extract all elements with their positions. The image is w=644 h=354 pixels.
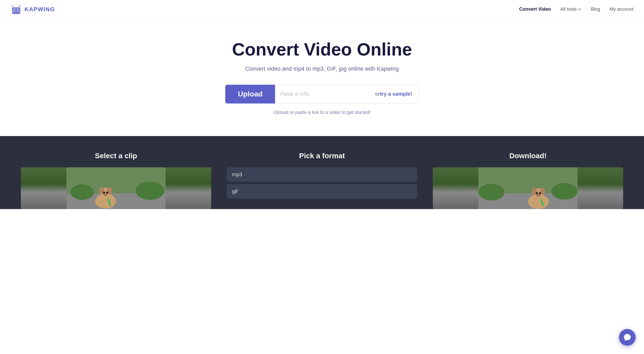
- svg-point-34: [536, 192, 538, 194]
- hero-subtitle: Convert video and mp4 to mp3, GIF, jpg o…: [245, 65, 399, 72]
- nav-all-tools[interactable]: All tools: [560, 7, 581, 12]
- logo-icon: [10, 4, 22, 15]
- select-clip-thumbnail: [21, 167, 211, 209]
- svg-point-8: [17, 9, 18, 10]
- hero-section: Convert Video Online Convert video and m…: [0, 19, 644, 136]
- format-item-mp3[interactable]: mp3: [227, 167, 417, 182]
- download-thumbnail: [433, 167, 623, 209]
- navbar: KAPWING Convert Video All tools Blog My …: [0, 0, 644, 19]
- nav-my-account[interactable]: My account: [610, 7, 634, 12]
- nav-blog[interactable]: Blog: [591, 7, 600, 12]
- svg-point-22: [103, 192, 105, 194]
- svg-point-36: [536, 194, 540, 197]
- svg-point-24: [104, 193, 108, 196]
- svg-point-16: [70, 184, 94, 200]
- svg-point-7: [14, 9, 15, 10]
- svg-point-9: [16, 11, 17, 11]
- svg-point-32: [532, 188, 537, 195]
- svg-point-33: [540, 188, 545, 195]
- hero-hint: Upload or paste a link to a video to get…: [274, 110, 370, 115]
- svg-point-28: [478, 184, 505, 200]
- pick-format-column: Pick a format mp3 gif: [227, 152, 417, 199]
- select-clip-title: Select a clip: [21, 152, 211, 160]
- svg-point-21: [107, 187, 112, 194]
- download-title: Download!: [433, 152, 623, 160]
- chevron-down-icon: [578, 8, 581, 11]
- svg-point-17: [136, 182, 164, 200]
- select-clip-column: Select a clip: [21, 152, 211, 209]
- hero-title: Convert Video Online: [232, 40, 412, 59]
- format-item-gif[interactable]: gif: [227, 184, 417, 199]
- svg-point-23: [106, 192, 108, 194]
- logo-text: KAPWING: [25, 6, 55, 13]
- svg-point-35: [539, 192, 541, 194]
- or-sample-container: or try a sample!: [369, 85, 418, 103]
- bottom-columns: Select a clip: [21, 152, 623, 209]
- url-input[interactable]: [275, 85, 369, 103]
- upload-row: Upload or try a sample!: [225, 85, 418, 103]
- logo-link[interactable]: KAPWING: [10, 4, 55, 15]
- nav-links: Convert Video All tools Blog My account: [519, 7, 634, 12]
- pug-video-left: [21, 167, 211, 209]
- svg-point-20: [99, 187, 104, 194]
- try-sample-link[interactable]: try a sample!: [380, 91, 412, 97]
- pick-format-title: Pick a format: [227, 152, 417, 160]
- upload-button[interactable]: Upload: [225, 85, 275, 103]
- or-text: or: [375, 91, 380, 97]
- download-column: Download!: [433, 152, 623, 209]
- svg-point-29: [551, 183, 578, 200]
- format-list: mp3 gif: [227, 167, 417, 199]
- svg-rect-0: [12, 7, 20, 14]
- nav-convert-video[interactable]: Convert Video: [519, 7, 551, 12]
- bottom-section: Select a clip: [0, 136, 644, 209]
- pug-video-right: [433, 167, 623, 209]
